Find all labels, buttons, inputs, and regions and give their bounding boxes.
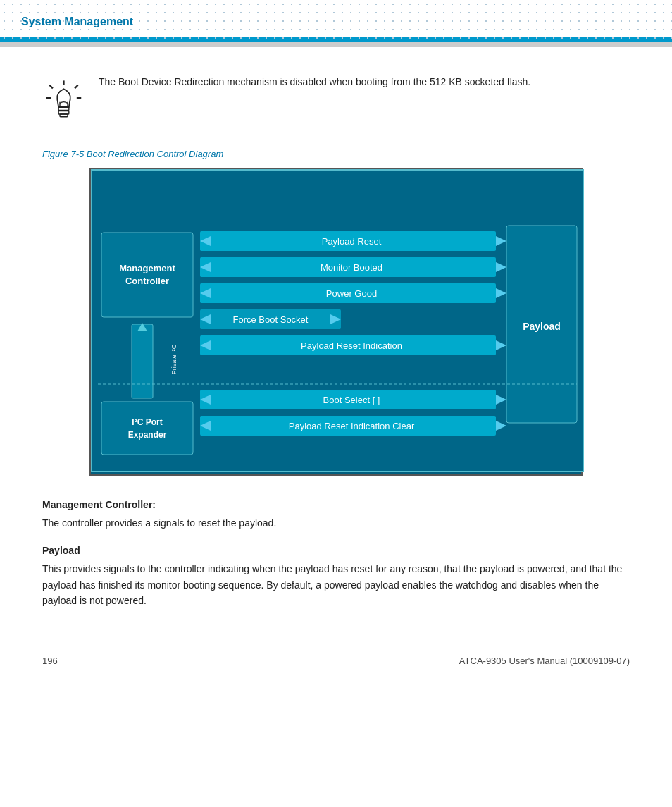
svg-text:Payload Reset Indication: Payload Reset Indication [301, 340, 402, 351]
svg-line-1 [75, 85, 78, 89]
page-number: 196 [42, 655, 58, 666]
payload-label: Payload [42, 543, 630, 558]
svg-text:Private I²C: Private I²C [170, 344, 178, 374]
svg-text:Force Boot Socket: Force Boot Socket [233, 314, 309, 325]
tip-text: The Boot Device Redirection mechanism is… [99, 75, 630, 90]
boot-redirection-diagram: Management Controller I²C Port Expander … [91, 169, 584, 472]
svg-text:Power Good: Power Good [326, 288, 377, 299]
main-content: The Boot Device Redirection mechanism is… [0, 47, 672, 634]
svg-text:Management: Management [119, 263, 175, 273]
mc-label: Management Controller: [42, 497, 630, 512]
header: System Management [0, 0, 672, 47]
svg-text:Payload Reset Indication Clear: Payload Reset Indication Clear [289, 421, 415, 431]
header-title-bar: System Management [0, 7, 672, 37]
svg-text:Boot Select [ ]: Boot Select [ ] [323, 395, 380, 405]
tip-box: The Boot Device Redirection mechanism is… [42, 75, 630, 128]
svg-rect-9 [60, 114, 68, 117]
mc-description: The controller provides a signals to res… [42, 515, 630, 531]
lightbulb-icon [44, 78, 83, 128]
svg-text:Payload Reset: Payload Reset [322, 236, 382, 247]
svg-text:Expander: Expander [128, 430, 167, 440]
page-title: System Management [21, 16, 133, 27]
footer: 196 ATCA-9305 User's Manual (10009109-07… [0, 648, 672, 673]
diagram-container: Management Controller I²C Port Expander … [89, 168, 583, 476]
svg-text:Controller: Controller [125, 276, 169, 286]
svg-rect-15 [101, 402, 193, 455]
figure-caption: Figure 7-5 Boot Redirection Control Diag… [42, 149, 630, 159]
svg-rect-7 [58, 107, 69, 111]
svg-text:Monitor Booted: Monitor Booted [321, 262, 382, 273]
svg-text:I²C Port: I²C Port [132, 417, 162, 427]
tip-icon [42, 75, 85, 128]
payload-description: This provides signals to the controller … [42, 561, 630, 608]
svg-rect-18 [132, 324, 153, 398]
manual-title: ATCA-9305 User's Manual (10009109-07) [459, 655, 630, 666]
svg-rect-12 [101, 233, 193, 317]
svg-line-3 [49, 85, 53, 89]
gray-divider-bar [0, 42, 672, 47]
svg-text:Payload: Payload [523, 321, 561, 332]
